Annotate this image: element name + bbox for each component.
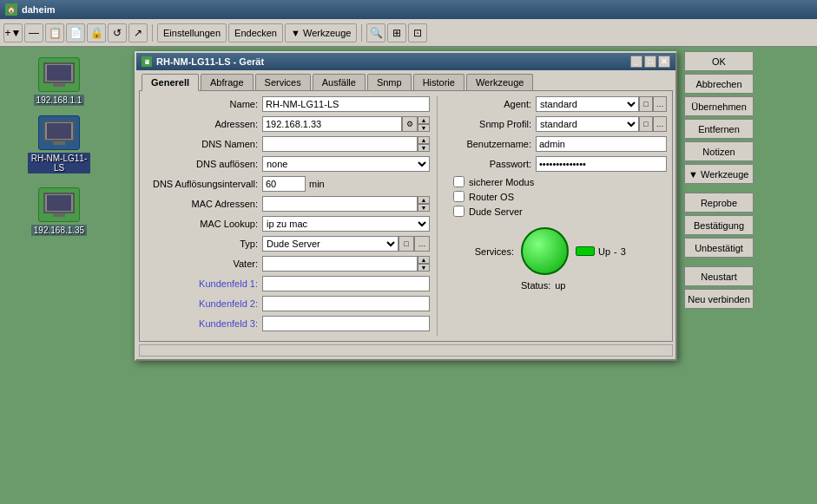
vater-down-btn[interactable]: ▼	[418, 264, 430, 272]
refresh-btn[interactable]: ↺	[108, 23, 127, 43]
typ-btn1[interactable]: □	[399, 236, 414, 252]
tab-services[interactable]: Services	[255, 74, 311, 90]
icon-label-2: RH-NM-LG11-LS	[28, 153, 90, 173]
neu-verbinden-btn[interactable]: Neu verbinden	[684, 289, 754, 309]
adressen-input-group: ⚙ ▲ ▼	[262, 116, 430, 132]
lock-btn[interactable]: 🔒	[87, 23, 106, 43]
router-os-label: Router OS	[469, 192, 514, 202]
snmp-profil-select[interactable]: standard	[536, 116, 639, 132]
tab-abfrage[interactable]: Abfrage	[201, 74, 254, 90]
app-icon: 🏠	[5, 3, 17, 16]
adressen-up-btn[interactable]: ▲	[418, 116, 430, 124]
form-row-dns-auflosen: DNS auflösen: none	[145, 156, 430, 172]
dns-namen-down-btn[interactable]: ▼	[418, 144, 430, 152]
left-form-panel: Name: Adressen: ⚙ ▲ ▼	[145, 96, 430, 336]
desktop-icon-3[interactable]: 192.168.1.35	[24, 184, 94, 239]
add-btn[interactable]: +▼	[3, 23, 23, 43]
app-title-bar: 🏠 daheim	[0, 0, 817, 19]
tab-generell[interactable]: Generell	[142, 74, 199, 91]
vater-up-btn[interactable]: ▲	[418, 256, 430, 264]
ubernehmen-btn[interactable]: Übernehmen	[684, 96, 754, 116]
ok-btn[interactable]: OK	[684, 51, 754, 71]
dns-interval-input[interactable]	[262, 176, 306, 192]
mac-adressen-input-group: ▲ ▼	[262, 196, 430, 212]
passwort-label: Passwort:	[445, 159, 531, 169]
tab-snmp[interactable]: Snmp	[367, 74, 412, 90]
vater-input[interactable]	[262, 256, 418, 272]
typ-btn2[interactable]: …	[414, 236, 430, 252]
mac-adressen-input[interactable]	[262, 196, 418, 212]
kufeld2-input[interactable]	[262, 296, 430, 311]
vater-spin: ▲ ▼	[418, 256, 430, 272]
werkzeuge-btn-action[interactable]: ▼ Werkzeuge	[684, 164, 754, 184]
agent-btn2[interactable]: …	[653, 96, 667, 112]
tab-historie[interactable]: Historie	[413, 74, 465, 90]
desktop-icon-1[interactable]: 192.168.1.1	[24, 54, 94, 109]
notizen-btn[interactable]: Notizen	[684, 141, 754, 161]
kufeld1-input[interactable]	[262, 276, 430, 291]
desktop-icon-2[interactable]: RH-NM-LG11-LS	[24, 112, 94, 177]
content-row: Name: Adressen: ⚙ ▲ ▼	[145, 96, 667, 336]
paste-btn[interactable]: 📄	[66, 23, 85, 43]
passwort-input[interactable]	[536, 156, 667, 172]
snmp-profil-btn1[interactable]: □	[639, 116, 653, 132]
icon-label-1: 192.168.1.1	[34, 95, 85, 106]
agent-select[interactable]: standard	[536, 96, 639, 112]
agent-btn1[interactable]: □	[639, 96, 653, 112]
close-btn[interactable]: ✕	[658, 56, 670, 68]
tab-werkzeuge[interactable]: Werkzeuge	[466, 74, 533, 90]
adressen-down-btn[interactable]: ▼	[418, 124, 430, 132]
cursor-btn[interactable]: ↗	[128, 23, 148, 43]
adressen-gear-btn[interactable]: ⚙	[402, 116, 418, 132]
tab-ausfalle[interactable]: Ausfälle	[313, 74, 366, 90]
kufeld3-input[interactable]	[262, 316, 430, 331]
dialog-title-bar: 🖥 RH-NM-LG11-LS - Gerät _ □ ✕	[136, 53, 675, 70]
minimize-btn[interactable]: _	[630, 56, 642, 68]
up-indicator: Up - 3	[576, 246, 626, 257]
name-input[interactable]	[262, 96, 430, 112]
reprobe-btn[interactable]: Reprobe	[684, 193, 754, 213]
einstellungen-btn[interactable]: Einstellungen	[157, 23, 227, 43]
name-label: Name:	[145, 99, 258, 109]
typ-label: Typ:	[145, 239, 258, 249]
abbrechen-btn[interactable]: Abbrechen	[684, 74, 754, 94]
typ-select[interactable]: Dude Server	[262, 236, 399, 252]
unbestatigt-btn[interactable]: Unbestätigt	[684, 238, 754, 258]
mac-adressen-down-btn[interactable]: ▼	[418, 204, 430, 212]
status-value: up	[555, 280, 565, 291]
dude-server-checkbox[interactable]	[453, 206, 465, 217]
dns-auflosen-select[interactable]: none	[262, 156, 430, 172]
werkzeuge-label: ▼ Werkzeuge	[689, 169, 748, 180]
adressen-input[interactable]	[262, 116, 402, 132]
status-row: Status: up	[445, 280, 667, 291]
neustart-btn[interactable]: Neustart	[684, 266, 754, 286]
dots-icon-btn[interactable]: ⊡	[408, 23, 427, 43]
search-icon-btn[interactable]: 🔍	[366, 23, 385, 43]
sicherer-modus-checkbox[interactable]	[453, 176, 465, 187]
benutzername-input[interactable]	[536, 136, 667, 152]
copy-btn[interactable]: 📋	[45, 23, 64, 43]
werkzeuge-btn[interactable]: ▼ Werkzeuge	[285, 23, 357, 43]
maximize-btn[interactable]: □	[644, 56, 656, 68]
dns-namen-input[interactable]	[262, 136, 418, 152]
dns-namen-up-btn[interactable]: ▲	[418, 136, 430, 144]
form-row-mac-adressen: MAC Adressen: ▲ ▼	[145, 196, 430, 212]
agent-label: Agent:	[445, 99, 531, 109]
mac-lookup-select[interactable]: ip zu mac	[262, 216, 430, 232]
router-os-checkbox[interactable]	[453, 191, 465, 202]
vater-label: Vater:	[145, 259, 258, 269]
grid-icon-btn[interactable]: ⊞	[387, 23, 406, 43]
bestatigung-btn[interactable]: Bestätigung	[684, 215, 754, 235]
mac-adressen-up-btn[interactable]: ▲	[418, 196, 430, 204]
form-row-dns-namen: DNS Namen: ▲ ▼	[145, 136, 430, 152]
main-dialog: 🖥 RH-NM-LG11-LS - Gerät _ □ ✕ Generell A…	[135, 51, 677, 361]
mac-adressen-label: MAC Adressen:	[145, 199, 258, 209]
checkbox-row-dude-server: Dude Server	[445, 206, 667, 217]
snmp-profil-btn2[interactable]: …	[653, 116, 667, 132]
icon-img-2	[38, 115, 80, 150]
form-row-adressen: Adressen: ⚙ ▲ ▼	[145, 116, 430, 132]
remove-btn[interactable]: —	[24, 23, 43, 43]
entfernen-btn[interactable]: Entfernen	[684, 119, 754, 139]
endecken-btn[interactable]: Endecken	[228, 23, 283, 43]
form-row-name: Name:	[145, 96, 430, 112]
